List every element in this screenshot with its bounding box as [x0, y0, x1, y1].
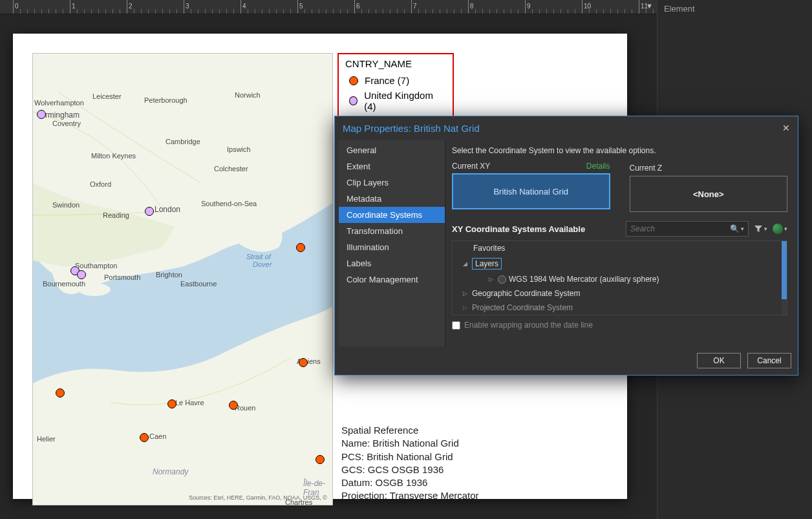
current-z-value: <None>	[693, 189, 724, 199]
map-point-france[interactable]	[315, 455, 325, 464]
globe-add-icon[interactable]: ▾	[773, 224, 787, 234]
legend-label: United Kingdom (4)	[364, 90, 442, 112]
nav-extent[interactable]: Extent	[339, 158, 445, 175]
water-label: Dover	[253, 260, 272, 268]
nav-color-management[interactable]: Color Management	[339, 271, 445, 288]
map-point-france[interactable]	[167, 399, 176, 408]
nav-clip-layers[interactable]: Clip Layers	[339, 175, 445, 191]
scrollbar-thumb[interactable]	[782, 241, 787, 299]
city-label: Reading	[103, 211, 129, 219]
tree-favorites[interactable]: Favorites	[453, 241, 787, 255]
tree-pcs[interactable]: ▷ Projected Coordinate System	[453, 301, 787, 315]
current-z-label: Current Z	[630, 164, 663, 173]
city-label: Swindon	[52, 201, 80, 209]
wrap-dateline-row[interactable]: Enable wrapping around the date line	[452, 321, 787, 330]
spatref-line: Datum: OSGB 1936	[341, 476, 479, 489]
city-label: Ipswich	[227, 145, 251, 153]
city-label: Peterborough	[144, 96, 187, 104]
legend-item: France (7)	[345, 73, 446, 88]
city-label: London	[155, 205, 180, 214]
current-xy-label: Current XY	[452, 162, 490, 171]
available-label: XY Coordinate Systems Available	[452, 224, 621, 234]
tree-wgs1984[interactable]: ▷ WGS 1984 Web Mercator (auxiliary spher…	[453, 272, 787, 286]
current-xy-box[interactable]: British National Grid	[452, 173, 610, 209]
city-label: Helier	[37, 435, 56, 443]
city-label: Brighton	[156, 271, 182, 279]
cancel-button[interactable]: Cancel	[747, 353, 791, 368]
spatref-line: Spatial Reference	[341, 424, 479, 437]
city-label: Colchester	[214, 165, 248, 173]
city-label: Milton Keynes	[91, 152, 136, 160]
nav-illumination[interactable]: Illumination	[339, 239, 445, 255]
city-label: Leicester	[92, 92, 122, 100]
ruler[interactable]: ▼ 01234567891011	[0, 0, 657, 14]
city-label: Eastbourne	[180, 280, 217, 288]
map-point-uk[interactable]	[145, 207, 154, 216]
city-label: Wolverhampton	[34, 99, 84, 107]
city-label: Caen	[149, 432, 166, 440]
city-label: Bournemouth	[43, 280, 85, 288]
legend[interactable]: CNTRY_NAME France (7) United Kingdom (4)	[337, 53, 454, 122]
city-label: Cambridge	[166, 138, 200, 145]
dialog-nav: General Extent Clip Layers Metadata Coor…	[339, 140, 445, 346]
spatref-line: Name: British National Grid	[341, 437, 479, 450]
map-point-france[interactable]	[56, 388, 65, 397]
map-point-france[interactable]	[140, 433, 149, 442]
spatref-line: Projection: Transverse Mercator	[341, 489, 479, 502]
legend-symbol-france	[349, 76, 358, 85]
map-point-france[interactable]	[296, 243, 305, 252]
city-label: Norwich	[235, 91, 261, 99]
search-input-wrapper[interactable]: 🔍 ▾	[626, 221, 749, 237]
legend-symbol-uk	[349, 96, 358, 105]
map-point-uk[interactable]	[77, 270, 86, 279]
city-label: Oxford	[90, 180, 111, 188]
filter-icon[interactable]: ▾	[754, 224, 767, 233]
map-point-uk[interactable]	[37, 110, 46, 119]
city-label: Le Havre	[175, 399, 204, 407]
nav-general[interactable]: General	[339, 142, 445, 158]
spatref-line: PCS: British National Grid	[341, 450, 479, 463]
map-properties-dialog: Map Properties: British Nat Grid ✕ Gener…	[334, 116, 798, 376]
wrap-dateline-checkbox[interactable]	[452, 321, 460, 330]
city-label: Coventry	[52, 120, 81, 127]
spatial-reference-text[interactable]: Spatial Reference Name: British National…	[341, 424, 479, 503]
dialog-titlebar[interactable]: Map Properties: British Nat Grid ✕	[335, 116, 798, 140]
legend-label: France (7)	[365, 75, 409, 86]
search-input[interactable]	[630, 224, 730, 233]
dialog-content: Select the Coordinate System to view the…	[445, 140, 794, 346]
legend-title: CNTRY_NAME	[345, 58, 446, 69]
dialog-footer: OK Cancel	[335, 346, 798, 375]
current-z-box[interactable]: <None>	[630, 176, 788, 212]
tree-gcs[interactable]: ▷ Geographic Coordinate System	[453, 286, 787, 301]
spatref-line: GCS: GCS OSGB 1936	[341, 463, 479, 476]
legend-item: United Kingdom (4)	[345, 88, 446, 114]
map-point-france[interactable]	[299, 358, 308, 367]
wrap-dateline-label: Enable wrapping around the date line	[464, 321, 593, 330]
dialog-hint: Select the Coordinate System to view the…	[452, 146, 787, 155]
chevron-down-icon[interactable]: ▾	[741, 226, 744, 232]
close-icon[interactable]: ✕	[782, 123, 790, 133]
nav-transformation[interactable]: Transformation	[339, 223, 445, 239]
tree-layers[interactable]: ◢ Layers	[453, 255, 787, 272]
water-label: Strait of	[246, 253, 271, 260]
map-point-france[interactable]	[229, 401, 238, 410]
region-label: Normandy	[153, 467, 188, 476]
element-panel-title: Element	[657, 0, 812, 17]
tree-scrollbar[interactable]	[782, 241, 787, 315]
dialog-title-text: Map Properties: British Nat Grid	[343, 123, 480, 134]
search-icon[interactable]: 🔍	[730, 224, 740, 233]
details-link[interactable]: Details	[586, 162, 610, 171]
current-xy-value: British National Grid	[493, 187, 568, 196]
map-frame[interactable]: Wolverhampton Birmingham Coventry Leices…	[32, 53, 333, 505]
city-label: Southampton	[75, 262, 117, 270]
ok-button[interactable]: OK	[697, 353, 741, 368]
map-sources: Sources: Esri, HERE, Garmin, FAO, NOAA, …	[189, 494, 327, 501]
globe-icon	[498, 275, 506, 284]
city-label: Southend-on-Sea	[201, 200, 257, 207]
city-label: Portsmouth	[104, 273, 140, 281]
nav-labels[interactable]: Labels	[339, 255, 445, 271]
nav-coordinate-systems[interactable]: Coordinate Systems	[339, 207, 445, 223]
coordinate-system-tree[interactable]: Favorites ◢ Layers ▷ WGS 1984 Web Mercat…	[452, 240, 787, 315]
nav-metadata[interactable]: Metadata	[339, 191, 445, 207]
